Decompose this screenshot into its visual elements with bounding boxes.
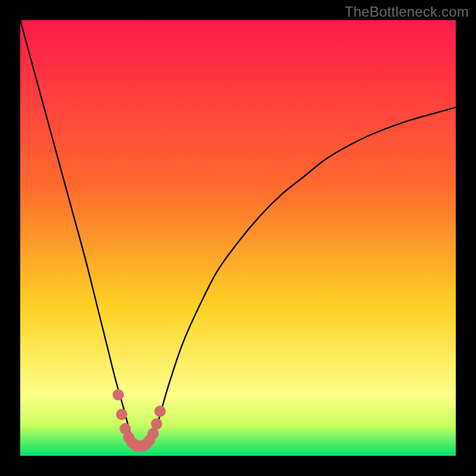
marker-dot (116, 409, 127, 420)
chart-frame: TheBottleneck.com (0, 0, 476, 476)
marker-dot (112, 389, 124, 400)
marker-dot (151, 418, 162, 430)
watermark-text: TheBottleneck.com (345, 4, 469, 20)
plot-area (20, 20, 456, 456)
bottleneck-chart (20, 20, 456, 456)
marker-dot (154, 406, 165, 417)
gradient-background (20, 20, 456, 456)
